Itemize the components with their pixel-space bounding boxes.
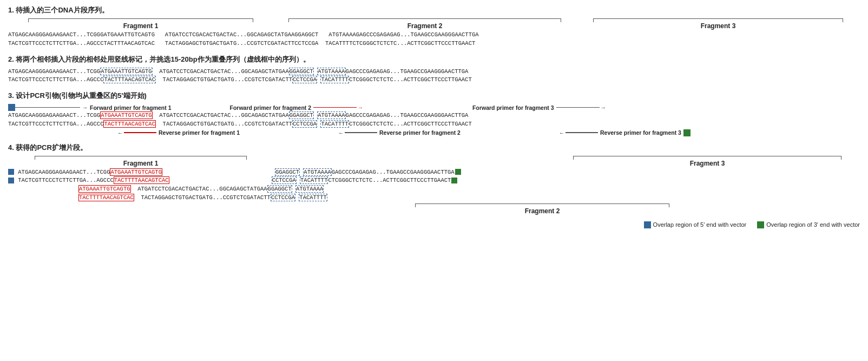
sec4-frag1-bot: TACTCGTTCCCTCTTCTTGA...AGCCCTACTTTTAACAG… (8, 176, 860, 185)
frag2-header: Fragment 2 (273, 18, 576, 30)
sec4-frag2-label: Fragment 2 (525, 207, 560, 215)
fwd2-arrow: → (358, 104, 363, 110)
red-overlap-bot1: TACTTTAACAGTCAC (103, 120, 156, 128)
pcr-frag2-top-left: ATGAAATTGTCAGTG (78, 185, 131, 193)
overlap2-3-bot1: CCTCCGA (292, 76, 317, 83)
legend: Overlap region of 5' end with vector Ove… (8, 221, 860, 228)
frag2-bot-seq: TACTAGGAGCTGTGACTGATG...CCGTCTCGATACTTCC… (165, 40, 322, 47)
section2: 2. 将两个相邻插入片段的相邻处用竖线标记，并挑选15-20bp作为重叠序列（虚… (8, 55, 860, 85)
seq1-top-row: ATGAGCAAGGGAGAAGAACT...TCGGGATGAAATTGTCA… (8, 31, 860, 40)
rev3-arrow-line (565, 132, 598, 133)
seq1-bot-row: TACTCGTTCCCTCTTCTTGA...AGCCCTACTTTAACAGT… (8, 40, 860, 48)
red-overlap-top1: ATGAAATTGTCAGTG (100, 111, 153, 119)
rev2-arrow: ← (338, 130, 344, 136)
overlap1-2-bot: TACTTTAACAGTCAC (103, 76, 156, 83)
sec4-frag2-top: ATGAAATTGTCAGTG ATGATCCTCGACACTGACTAC...… (8, 185, 860, 194)
frag1-bot-seq: TACTCGTTCCCTCTTCTTGA...AGCCCTACTTTAACAGT… (8, 40, 162, 47)
green-sq-frag3-bot (451, 178, 457, 183)
fwd1-arrow-line (15, 107, 80, 108)
pcr-frag2-bot-left: TACTTTTAACAGTCAC (78, 194, 134, 201)
overlap2-3-top2: ATGTAAAA (317, 68, 345, 75)
frag3-header: Fragment 3 (576, 18, 860, 30)
fwd3-arrow-line (556, 107, 600, 108)
primer-arrow-bot-row: ← Reverse primer for fragment 1 ← Revers… (8, 129, 860, 136)
rev3-arrow: ← (559, 130, 564, 136)
fwd2-label-text: Forward primer for fragment 2 (230, 104, 312, 111)
rev1-arrow-line (124, 132, 156, 133)
frag1-header: Fragment 1 (8, 18, 273, 30)
fwd1-label: → (82, 104, 88, 110)
section4: 4. 获得的PCR扩增片段。 Fragment 1 Fragment 3 ATG… (8, 143, 860, 215)
pcr-frag1-top-overlap: ATGAAATTGTCAGTG (110, 168, 162, 176)
rev2-arrow-line (345, 132, 377, 133)
rev1-arrow: ← (117, 130, 123, 136)
sec3-bot-row: TACTCGTTCCCTCTTCTTGA...AGCCCTACTTTAACAGT… (8, 120, 860, 129)
sec4-frag1-top: ATGAGCAAGGGAGAAGAACT...TCGGATGAAATTGTCAG… (8, 168, 860, 177)
sec2-bot-row: TACTCGTTCCCTCTTCTTGA...AGCCCTACTTTAACAGT… (8, 76, 860, 84)
section3-title: 3. 设计PCR引物(引物均从重叠区的5'端开始) (8, 91, 860, 101)
pcr-frag2-bot-right2: TACATTTT (299, 194, 327, 201)
sec3-top-row: ATGAGCAAGGGAGAAGAACT...TCGGATGAAATTGTCAG… (8, 111, 860, 120)
frag3-bot-seq: TACATTTTCTCGGGCTCTCTC...ACTTCGGCTTCCCTTG… (325, 40, 475, 47)
sec4-frag-labels: Fragment 1 Fragment 3 (8, 156, 860, 167)
pcr-frag2-top-right1: GGAGGCT (267, 185, 292, 193)
frag3-top-seq: ATGTAAAAGAGCCCGAGAGAG...TGAAGCCGAAGGGAAC… (328, 31, 478, 38)
sec4-frag2-bot: TACTTTTAACAGTCAC TACTAGGAGCTGTGACTGATG..… (8, 194, 860, 202)
fwd1-label-text: Forward primer for fragment 1 (90, 104, 172, 111)
legend-blue: Overlap region of 5' end with vector (644, 221, 747, 228)
pcr-frag3-bot-overlap1: CCTCCGA (272, 176, 297, 184)
sec4-frag2-footer: Fragment 2 (225, 204, 860, 215)
overlap2-3-bot1-s3: CCTCCGA (292, 120, 317, 128)
frag1-top-seq: ATGAGCAAGGGAGAAGAACT...TCGGGATGAAATTGTCA… (8, 31, 162, 38)
sec4-frag1-label: Fragment 1 (123, 160, 159, 167)
primer-arrow-top-row: → Forward primer for fragment 1 Forward … (8, 104, 860, 111)
fwd3-arrow: → (601, 104, 606, 110)
fwd2-arrow-line (313, 107, 357, 108)
pcr-frag2-bot-right1: CCTCCGA (271, 194, 295, 201)
pcr-frag1-bot-overlap: TACTTTTAACAGTCAC (114, 176, 169, 184)
overlap2-3-bot2-s3: TACATTTT (320, 120, 348, 128)
overlap1-2-top: ATGAAATTGTCAGTG (100, 68, 153, 75)
rev1-label-text: Reverse primer for fragment 1 (159, 129, 240, 136)
legend-blue-label: Overlap region of 5' end with vector (653, 221, 747, 228)
section3: 3. 设计PCR引物(引物均从重叠区的5'端开始) → Forward prim… (8, 91, 860, 136)
frag2-label: Fragment 2 (407, 22, 443, 30)
section2-title: 2. 将两个相邻插入片段的相邻处用竖线标记，并挑选15-20bp作为重叠序列（虚… (8, 55, 860, 64)
section1: 1. 待插入的三个DNA片段序列。 Fragment 1 Fragment 2 … (8, 5, 860, 48)
overlap2-3-top2-s3: ATGTAAAA (317, 111, 345, 119)
fwd3-label-text: Forward primer for fragment 3 (472, 104, 554, 111)
rev3-label-text: Reverse primer for fragment 3 (600, 129, 681, 136)
legend-green-icon (757, 221, 764, 228)
blue-sq-frag1-top (8, 169, 14, 175)
overlap2-3-top1: GGAGGCT (289, 68, 314, 75)
legend-green: Overlap region of 3' end with vector (757, 221, 860, 228)
frag3-label: Fragment 3 (701, 22, 736, 30)
pcr-frag3-top-overlap1: GGAGGCT (275, 168, 300, 176)
legend-green-label: Overlap region of 3' end with vector (766, 221, 860, 228)
pcr-frag2-top-right2: ATGTAAAA (295, 185, 324, 193)
green-sq-frag3-top (455, 169, 461, 175)
rev2-label-text: Reverse primer for fragment 2 (379, 129, 461, 136)
legend-blue-icon (644, 221, 651, 228)
section1-title: 1. 待插入的三个DNA片段序列。 (8, 5, 860, 15)
blue-sq-fwd1 (8, 104, 15, 111)
sec4-frag3-label: Fragment 3 (690, 160, 725, 167)
sec2-top-row: ATGAGCAAGGGAGAAGAACT...TCGGATGAAATTGTCAG… (8, 68, 860, 76)
green-sq-rev3 (683, 129, 691, 136)
overlap2-3-bot2: TACATTTT (320, 76, 348, 83)
blue-sq-frag1-bot (8, 178, 14, 183)
pcr-frag3-top-overlap2: ATGTAAAA (303, 168, 331, 176)
frag1-label: Fragment 1 (123, 22, 159, 30)
section4-title: 4. 获得的PCR扩增片段。 (8, 143, 860, 153)
overlap2-3-top1-s3: GGAGGCT (289, 111, 314, 119)
frag2-top-seq: ATGATCCTCGACACTGACTAC...GGCAGAGCTATGAAGG… (165, 31, 325, 38)
pcr-frag3-bot-overlap2: TACATTTT (300, 176, 328, 184)
